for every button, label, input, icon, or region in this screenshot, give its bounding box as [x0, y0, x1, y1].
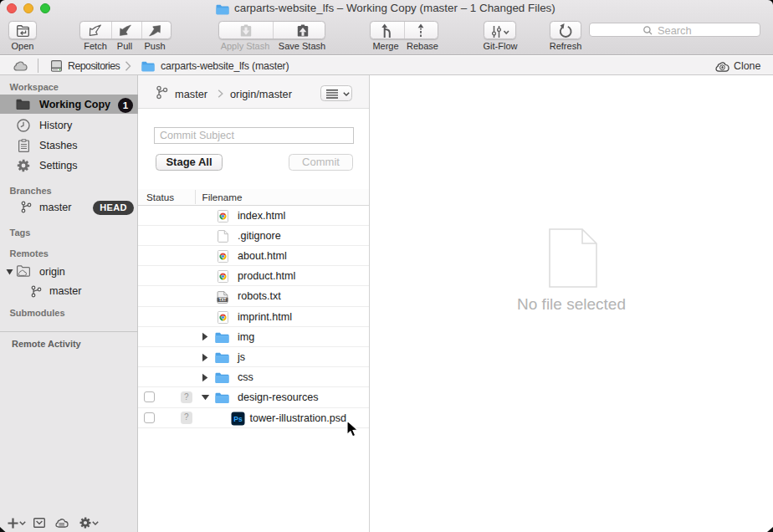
svg-text:Ps: Ps [233, 415, 243, 423]
svg-text:TXT: TXT [219, 297, 227, 301]
